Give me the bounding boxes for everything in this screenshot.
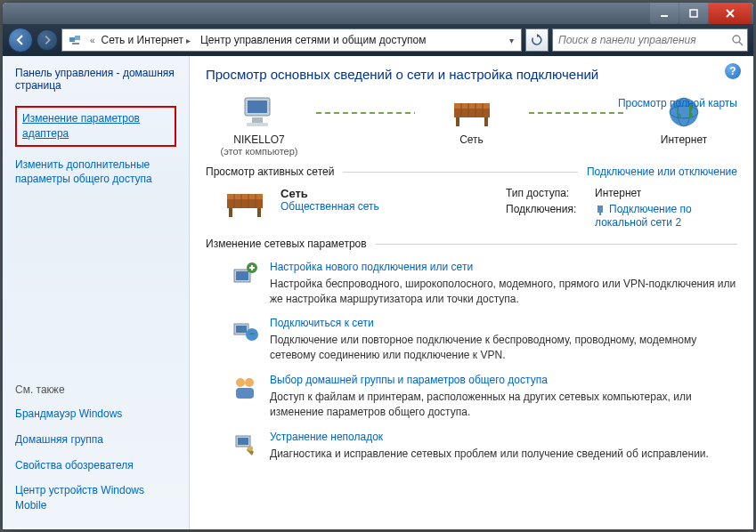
svg-rect-11: [454, 103, 490, 109]
active-network-item: Сеть Общественная сеть Тип доступа: Инте…: [224, 187, 737, 229]
svg-rect-24: [229, 208, 232, 217]
task-item: Подключиться к сети Подключение или повт…: [231, 317, 737, 363]
svg-rect-31: [599, 213, 601, 215]
active-network-type-link[interactable]: Общественная сеть: [280, 200, 379, 213]
task-link-troubleshoot[interactable]: Устранение неполадок: [270, 431, 709, 443]
search-input[interactable]: [553, 34, 728, 46]
troubleshoot-icon: [231, 431, 259, 459]
task-desc: Настройка беспроводного, широкополосного…: [270, 277, 737, 307]
back-button[interactable]: [8, 28, 33, 52]
svg-rect-22: [227, 194, 263, 199]
map-node-label: Сеть: [459, 133, 484, 146]
change-settings-label: Изменение сетевых параметров: [206, 238, 367, 250]
svg-point-38: [236, 378, 245, 387]
bench-icon: [451, 94, 493, 130]
main-panel: ? Просмотр основных сведений о сети и на…: [190, 56, 753, 529]
svg-rect-0: [661, 15, 668, 17]
refresh-button[interactable]: [525, 28, 549, 52]
task-item: Устранение неполадок Диагностика и испра…: [231, 431, 737, 462]
breadcrumb-segment[interactable]: Сеть и Интернет▸: [98, 29, 197, 51]
minimize-button[interactable]: [650, 3, 679, 24]
task-link-new-connection[interactable]: Настройка нового подключения или сети: [270, 261, 737, 273]
svg-rect-42: [238, 438, 248, 445]
svg-point-5: [733, 36, 740, 43]
sidebar-link-adapter-settings[interactable]: Изменение параметров адаптера: [15, 106, 176, 147]
connections-label: Подключения:: [506, 203, 595, 229]
search-icon: [728, 34, 747, 46]
svg-rect-14: [484, 117, 488, 126]
task-item: Настройка нового подключения или сети На…: [231, 261, 737, 307]
see-also-firewall[interactable]: Брандмауэр Windows: [15, 407, 176, 422]
breadcrumb-root-arrow[interactable]: «: [87, 36, 98, 45]
map-node-label: Интернет: [661, 133, 707, 146]
svg-rect-2: [69, 37, 75, 42]
svg-rect-25: [257, 208, 261, 217]
search-box[interactable]: [552, 28, 748, 52]
page-title: Просмотр основных сведений о сети и наст…: [206, 67, 737, 82]
see-also-homegroup[interactable]: Домашняя группа: [15, 432, 176, 447]
task-item: Выбор домашней группы и параметров общег…: [231, 374, 737, 420]
svg-point-43: [248, 446, 253, 451]
titlebar: [3, 3, 753, 24]
svg-line-6: [739, 42, 743, 45]
task-link-connect[interactable]: Подключиться к сети: [270, 317, 737, 329]
svg-rect-23: [227, 199, 263, 208]
sidebar-link-advanced-sharing[interactable]: Изменить дополнительные параметры общего…: [15, 157, 176, 188]
task-desc: Подключение или повторное подключение к …: [270, 333, 737, 363]
connect-network-icon: [231, 317, 259, 345]
svg-rect-40: [236, 388, 254, 399]
svg-rect-4: [72, 43, 79, 44]
address-bar: « Сеть и Интернет▸ Центр управления сетя…: [3, 24, 753, 56]
active-network-name: Сеть: [280, 187, 379, 200]
sidebar: Панель управления - домашняя страница Из…: [3, 56, 190, 529]
see-also-label: См. также: [15, 383, 176, 396]
svg-point-39: [245, 378, 254, 387]
homegroup-icon: [231, 374, 259, 402]
see-also-windows-mobile[interactable]: Центр устройств Windows Mobile: [15, 483, 176, 513]
task-desc: Доступ к файлам и принтерам, расположенн…: [270, 390, 737, 420]
task-desc: Диагностика и исправление сетевых пробле…: [270, 447, 709, 462]
breadcrumb[interactable]: « Сеть и Интернет▸ Центр управления сетя…: [61, 28, 522, 52]
map-connection-line: [529, 112, 628, 114]
svg-rect-33: [236, 271, 248, 280]
task-link-homegroup[interactable]: Выбор домашней группы и параметров общег…: [270, 374, 737, 386]
connect-disconnect-link[interactable]: Подключение или отключение: [587, 165, 737, 178]
control-panel-window: « Сеть и Интернет▸ Центр управления сетя…: [2, 2, 754, 530]
bench-icon: [224, 187, 266, 222]
svg-rect-13: [456, 117, 459, 126]
see-also-internet-options[interactable]: Свойства обозревателя: [15, 458, 176, 473]
svg-rect-30: [597, 206, 603, 213]
help-icon[interactable]: ?: [725, 63, 741, 79]
computer-icon: [238, 94, 280, 130]
full-map-link[interactable]: Просмотр полной карты: [618, 97, 737, 109]
new-connection-icon: [231, 261, 259, 289]
control-panel-home-link[interactable]: Панель управления - домашняя страница: [15, 67, 176, 92]
breadcrumb-dropdown[interactable]: ▾: [502, 36, 521, 45]
connection-link[interactable]: Подключение по локальной сети 2: [595, 203, 692, 229]
ethernet-icon: [595, 204, 606, 216]
map-node-label: NIKELLO7: [233, 133, 284, 146]
svg-rect-9: [252, 117, 263, 123]
forward-button[interactable]: [37, 29, 58, 51]
access-type-label: Тип доступа:: [506, 187, 595, 199]
svg-rect-8: [248, 101, 267, 113]
breadcrumb-segment[interactable]: Центр управления сетями и общим доступом: [197, 29, 430, 51]
svg-rect-12: [454, 109, 490, 117]
close-button[interactable]: [709, 3, 752, 24]
map-node-computer[interactable]: NIKELLO7 (этот компьютер): [206, 94, 313, 157]
svg-rect-3: [75, 36, 80, 40]
svg-rect-36: [236, 326, 247, 333]
access-type-value: Интернет: [595, 187, 737, 199]
network-center-icon: [66, 31, 84, 49]
svg-rect-1: [690, 10, 697, 17]
active-networks-label: Просмотр активных сетей: [206, 165, 334, 178]
content-area: Панель управления - домашняя страница Из…: [3, 56, 753, 529]
maximize-button[interactable]: [679, 3, 708, 24]
map-node-network[interactable]: Сеть: [419, 94, 525, 157]
svg-rect-10: [247, 123, 268, 126]
map-connection-line: [316, 112, 415, 114]
map-node-sublabel: (этот компьютер): [220, 146, 297, 157]
